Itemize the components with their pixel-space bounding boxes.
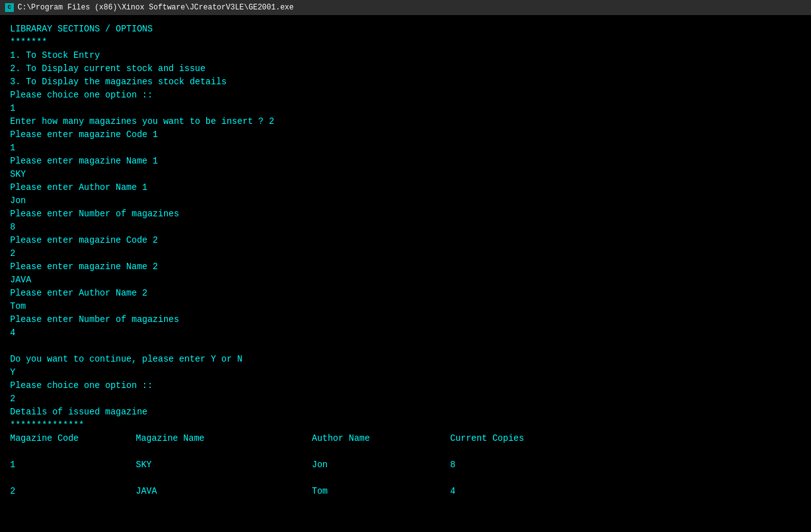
- table-row-2-name: JAVA: [136, 485, 312, 498]
- table-row-1-copies: 8: [450, 458, 526, 472]
- app-icon: C: [5, 3, 14, 12]
- terminal-line-10: Please enter magazine Name 1: [10, 155, 801, 168]
- table-header-author: Author Name: [312, 432, 450, 445]
- terminal-line-17: 2: [10, 247, 801, 260]
- table-header-row: Magazine Code Magazine Name Author Name …: [10, 432, 801, 445]
- table-row-2: 2 JAVA Tom 4: [10, 485, 801, 498]
- table-header-code: Magazine Code: [10, 432, 136, 445]
- table-empty-spacer-2: [10, 472, 801, 485]
- table-empty-spacer-1: [10, 445, 801, 458]
- terminal-line-29: Details of issued magazine: [10, 406, 801, 419]
- terminal-line-2: 1. To Stock Entry: [10, 49, 801, 62]
- terminal-line-28: 2: [10, 392, 801, 406]
- table-row-2-copies: 4: [450, 485, 526, 498]
- terminal-line-21: Tom: [10, 300, 801, 313]
- terminal-line-15: 8: [10, 221, 801, 234]
- table-row-2-code: 2: [10, 485, 136, 498]
- terminal-line-13: Jon: [10, 194, 801, 208]
- table-row-1-name: SKY: [136, 458, 312, 472]
- terminal-line-9: 1: [10, 141, 801, 155]
- terminal-window: LIBRARAY SECTIONS / OPTIONS ******* 1. T…: [0, 15, 811, 532]
- terminal-line-12: Please enter Author Name 1: [10, 181, 801, 194]
- terminal-line-14: Please enter Number of magazines: [10, 208, 801, 221]
- terminal-line-16: Please enter magazine Code 2: [10, 234, 801, 247]
- terminal-line-1: *******: [10, 36, 801, 49]
- terminal-line-0: LIBRARAY SECTIONS / OPTIONS: [10, 23, 801, 36]
- terminal-line-18: Please enter magazine Name 2: [10, 260, 801, 274]
- table-header-copies: Current Copies: [450, 432, 526, 445]
- terminal-empty-line-24: [10, 340, 801, 353]
- title-bar-path: C:\Program Files (x86)\Xinox Software\JC…: [18, 3, 294, 12]
- table-row-1-code: 1: [10, 458, 136, 472]
- terminal-line-8: Please enter magazine Code 1: [10, 128, 801, 141]
- table-row-1-author: Jon: [312, 458, 450, 472]
- terminal-line-19: JAVA: [10, 274, 801, 287]
- terminal-line-20: Please enter Author Name 2: [10, 287, 801, 300]
- terminal-line-6: 1: [10, 102, 801, 115]
- terminal-line-25: Do you want to continue, please enter Y …: [10, 353, 801, 366]
- title-bar: C C:\Program Files (x86)\Xinox Software\…: [0, 0, 811, 15]
- terminal-line-26: Y: [10, 366, 801, 379]
- table-row-2-author: Tom: [312, 485, 450, 498]
- terminal-line-7: Enter how many magazines you want to be …: [10, 115, 801, 128]
- terminal-line-23: 4: [10, 326, 801, 340]
- terminal-line-3: 2. To Display current stock and issue: [10, 62, 801, 75]
- terminal-line-5: Please choice one option ::: [10, 89, 801, 102]
- terminal-line-22: Please enter Number of magazines: [10, 313, 801, 326]
- terminal-line-11: SKY: [10, 168, 801, 181]
- terminal-line-4: 3. To Display the magazines stock detail…: [10, 75, 801, 89]
- terminal-line-30: **************: [10, 419, 801, 432]
- table-row-1: 1 SKY Jon 8: [10, 458, 801, 472]
- table-header-name: Magazine Name: [136, 432, 312, 445]
- terminal-line-27: Please choice one option ::: [10, 379, 801, 392]
